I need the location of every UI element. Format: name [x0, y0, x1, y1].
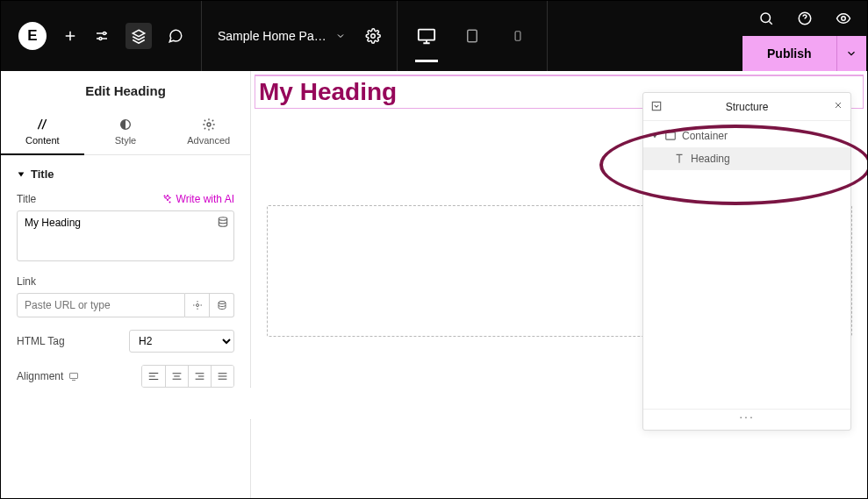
- svg-rect-16: [652, 102, 660, 110]
- alignment-group: [141, 365, 234, 388]
- svg-point-2: [370, 34, 375, 39]
- align-center-button[interactable]: [165, 366, 188, 387]
- svg-point-8: [842, 17, 846, 21]
- structure-toggle-icon[interactable]: [126, 23, 152, 49]
- align-justify-button[interactable]: [211, 366, 233, 387]
- editor-tabs: Content Style Advanced: [1, 110, 250, 155]
- topbar-right: Publish: [742, 1, 867, 71]
- htmltag-label: HTML Tag: [17, 335, 65, 347]
- link-dynamic-icon[interactable]: [210, 293, 234, 317]
- svg-point-13: [196, 304, 198, 307]
- preview-icon[interactable]: [836, 11, 851, 26]
- settings-sliders-icon[interactable]: [94, 28, 110, 44]
- responsive-icon[interactable]: [68, 371, 79, 381]
- link-input[interactable]: [17, 293, 185, 317]
- title-input[interactable]: [17, 210, 234, 261]
- structure-more-icon[interactable]: ···: [643, 409, 850, 430]
- write-with-ai-link[interactable]: Write with AI: [162, 193, 234, 205]
- structure-item-heading[interactable]: Heading: [643, 147, 850, 170]
- device-tablet[interactable]: [463, 18, 482, 53]
- structure-close-icon[interactable]: [833, 100, 843, 110]
- alignment-label: Alignment: [17, 370, 63, 382]
- comments-icon[interactable]: [168, 28, 183, 44]
- svg-rect-15: [70, 374, 78, 379]
- svg-rect-5: [515, 32, 520, 41]
- title-field-label: Title: [17, 193, 36, 205]
- device-desktop[interactable]: [417, 18, 436, 53]
- topbar-left-tools: E: [1, 1, 201, 71]
- svg-point-12: [219, 217, 226, 221]
- tab-advanced[interactable]: Advanced: [167, 110, 250, 154]
- editor-canvas[interactable]: My Heading Structure Container: [251, 71, 867, 498]
- svg-rect-3: [419, 30, 434, 40]
- svg-rect-4: [467, 30, 477, 42]
- container-icon: [664, 130, 677, 142]
- top-bar: E Sample Home Pa…: [1, 1, 867, 71]
- panel-title: Edit Heading: [1, 71, 250, 110]
- svg-point-1: [99, 38, 102, 40]
- tab-style[interactable]: Style: [84, 110, 168, 154]
- section-title-toggle[interactable]: Title: [17, 168, 234, 181]
- structure-title: Structure: [726, 101, 769, 113]
- editor-sidebar: Edit Heading Content Style Advanced Titl…: [1, 71, 251, 498]
- publish-options-dropdown[interactable]: [836, 36, 866, 71]
- svg-marker-17: [652, 134, 658, 139]
- add-widget-icon[interactable]: [62, 28, 78, 44]
- device-mobile[interactable]: [508, 18, 527, 53]
- structure-panel: Structure Container Heading ···: [642, 92, 851, 431]
- dynamic-tags-icon[interactable]: [217, 216, 229, 228]
- page-settings-icon[interactable]: [365, 28, 381, 44]
- structure-dock-icon[interactable]: [650, 100, 663, 112]
- svg-point-6: [761, 13, 771, 23]
- page-title-text: Sample Home Pa…: [218, 29, 326, 43]
- svg-rect-18: [666, 132, 676, 139]
- publish-button[interactable]: Publish: [742, 36, 836, 71]
- help-icon[interactable]: [797, 11, 813, 26]
- align-right-button[interactable]: [188, 366, 211, 387]
- svg-point-0: [104, 32, 106, 35]
- align-left-button[interactable]: [142, 366, 165, 387]
- link-field-label: Link: [17, 275, 36, 288]
- finder-search-icon[interactable]: [758, 11, 774, 26]
- responsive-devices: [398, 1, 547, 71]
- structure-item-container[interactable]: Container: [643, 125, 850, 147]
- heading-icon: [673, 153, 685, 165]
- svg-marker-11: [18, 172, 25, 176]
- elementor-logo[interactable]: E: [18, 22, 47, 50]
- svg-point-14: [219, 302, 226, 304]
- svg-point-10: [207, 123, 211, 126]
- htmltag-select[interactable]: H2: [129, 330, 234, 353]
- page-title-dropdown[interactable]: Sample Home Pa…: [202, 1, 397, 71]
- tab-content[interactable]: Content: [1, 110, 84, 154]
- link-options-icon[interactable]: [185, 293, 210, 317]
